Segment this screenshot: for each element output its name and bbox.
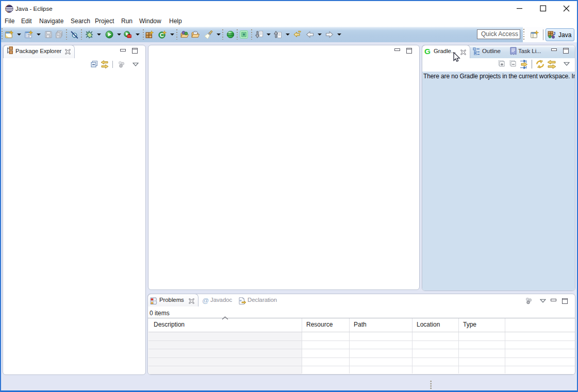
svg-text:J: J — [553, 30, 555, 36]
svg-text:G: G — [424, 47, 431, 56]
